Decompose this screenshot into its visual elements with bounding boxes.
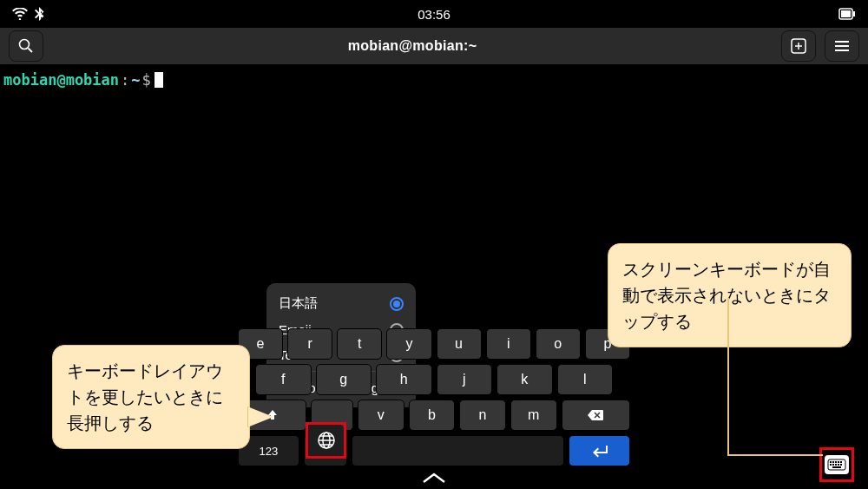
- enter-icon: [591, 444, 608, 458]
- key-t[interactable]: t: [337, 328, 382, 360]
- wifi-icon: [12, 8, 28, 20]
- key-row-2: f g h j k l: [238, 364, 630, 395]
- backspace-icon: [587, 409, 604, 421]
- callout-osk-tap: スクリーンキーボードが自動で表示されないときにタップする: [608, 243, 852, 347]
- key-f[interactable]: f: [255, 364, 312, 395]
- svg-rect-19: [832, 466, 841, 468]
- svg-point-3: [20, 40, 30, 50]
- battery-icon: [838, 8, 856, 20]
- search-icon: [18, 38, 34, 54]
- key-row-3: v b n m: [238, 400, 630, 431]
- chevron-up-icon: [422, 472, 446, 484]
- key-backspace[interactable]: [562, 400, 630, 431]
- key-space[interactable]: [352, 435, 564, 466]
- keyboard-icon: [827, 459, 846, 471]
- plus-box-icon: [791, 38, 806, 54]
- key-row-1: e r t y u i o p: [238, 328, 630, 360]
- key-b[interactable]: b: [409, 400, 456, 431]
- search-button[interactable]: [9, 30, 43, 62]
- svg-rect-10: [832, 461, 834, 463]
- nav-handle[interactable]: [422, 472, 446, 484]
- clock: 03:56: [418, 7, 450, 22]
- status-bar: 03:56: [0, 0, 868, 28]
- svg-rect-15: [832, 464, 834, 466]
- key-enter[interactable]: [569, 435, 630, 466]
- key-l[interactable]: l: [557, 364, 614, 395]
- callout-connector: [727, 298, 729, 454]
- svg-rect-12: [838, 461, 839, 463]
- svg-rect-14: [830, 464, 832, 466]
- key-n[interactable]: n: [459, 400, 506, 431]
- new-tab-button[interactable]: [781, 30, 816, 62]
- prompt-colon: :: [121, 71, 129, 89]
- hamburger-icon: [834, 40, 850, 52]
- key-row-4: 123: [238, 435, 630, 466]
- key-r[interactable]: r: [287, 328, 332, 360]
- layout-option-jp[interactable]: 日本語: [266, 290, 416, 317]
- key-i[interactable]: i: [486, 328, 531, 360]
- callout-text: キーボードレイアウトを更したいときに長押しする: [67, 361, 223, 433]
- menu-button[interactable]: [825, 30, 859, 62]
- svg-rect-9: [830, 461, 832, 463]
- svg-rect-2: [853, 11, 855, 17]
- key-y[interactable]: y: [386, 328, 431, 360]
- svg-rect-11: [835, 461, 837, 463]
- key-j[interactable]: j: [437, 364, 493, 395]
- osk-toggle-button[interactable]: [825, 455, 849, 474]
- prompt-userhost: mobian@mobian: [3, 71, 119, 89]
- prompt-path: ~: [131, 71, 140, 89]
- key-o[interactable]: o: [536, 328, 581, 360]
- onscreen-keyboard: e r t y u i o p f g h j k l v b n m 123: [238, 328, 630, 471]
- key-k[interactable]: k: [496, 364, 553, 395]
- svg-rect-1: [841, 10, 851, 17]
- key-h[interactable]: h: [376, 364, 432, 395]
- prompt-symbol: $: [142, 71, 151, 89]
- svg-rect-17: [838, 464, 839, 466]
- globe-icon: [317, 431, 336, 450]
- svg-rect-13: [840, 461, 842, 463]
- key-u[interactable]: u: [437, 328, 482, 360]
- osk-toggle-highlight: [819, 447, 854, 482]
- key-m[interactable]: m: [510, 400, 557, 431]
- key-g[interactable]: g: [316, 364, 372, 395]
- callout-layout-longpress: キーボードレイアウトを更したいときに長押しする: [52, 345, 250, 449]
- svg-line-4: [29, 49, 33, 53]
- globe-key[interactable]: [308, 425, 344, 456]
- globe-key-highlight: [306, 422, 346, 459]
- terminal-prompt[interactable]: mobian@mobian:~$: [0, 64, 868, 96]
- cursor: [155, 72, 163, 88]
- callout-connector: [727, 454, 823, 456]
- callout-text: スクリーンキーボードが自動で表示されないときにタップする: [622, 260, 831, 331]
- bluetooth-icon: [35, 7, 44, 21]
- header-bar: mobian@mobian:~: [0, 28, 868, 64]
- window-title: mobian@mobian:~: [348, 38, 477, 54]
- svg-rect-16: [835, 464, 837, 466]
- svg-rect-18: [840, 464, 842, 466]
- radio-selected-icon: [390, 297, 404, 311]
- key-v[interactable]: v: [358, 400, 404, 431]
- layout-label: 日本語: [279, 295, 318, 312]
